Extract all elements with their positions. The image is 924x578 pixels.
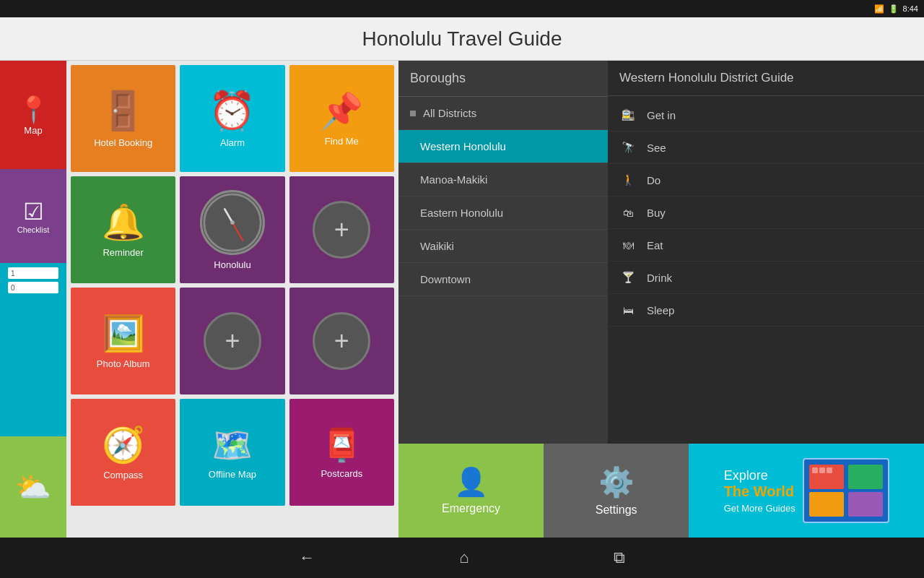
offline-map-icon: 🗺️ xyxy=(212,426,253,465)
manoa-makiki-label: Manoa-Makiki xyxy=(420,173,487,186)
map-tile[interactable]: 📍 Map xyxy=(0,61,66,169)
svg-rect-11 xyxy=(827,467,832,473)
settings-icon: ⚙️ xyxy=(598,465,635,499)
postcards-tile[interactable]: 📮 Postcards xyxy=(289,399,394,506)
explore-content: Explore The World Get More Guides xyxy=(724,458,889,523)
food-icon: 🍽 xyxy=(619,236,637,254)
svg-rect-6 xyxy=(848,465,883,489)
eastern-honolulu-label: Eastern Honolulu xyxy=(420,207,503,219)
battery-icon: 🔋 xyxy=(889,4,899,14)
borough-downtown[interactable]: Downtown xyxy=(398,263,608,296)
all-districts-label: All Districts xyxy=(423,107,476,119)
drink-icon: 🍸 xyxy=(619,269,637,286)
alarm-icon: ⏰ xyxy=(209,89,256,133)
boroughs-list: Boroughs All Districts Western Honolulu … xyxy=(398,61,608,444)
get-in-label: Get in xyxy=(647,109,676,121)
weather-tile[interactable]: ⛅ xyxy=(0,436,66,538)
left-panel: 📍 Map ☑ Checklist 1 0 ⛅ xyxy=(0,61,66,538)
photo-label: Photo Album xyxy=(97,358,150,369)
boroughs-header: Boroughs xyxy=(398,61,608,97)
borough-waikiki[interactable]: Waikiki xyxy=(398,230,608,263)
guide-item-do[interactable]: 🚶 Do xyxy=(608,164,924,197)
explore-text: Explore The World Get More Guides xyxy=(724,468,796,514)
findme-tile[interactable]: 📌 Find Me xyxy=(289,65,394,172)
findme-label: Find Me xyxy=(325,136,359,147)
alarm-tile[interactable]: ⏰ Alarm xyxy=(180,65,284,172)
guide-item-get-in[interactable]: 🚉 Get in xyxy=(608,99,924,131)
guide-items: 🚉 Get in 🔭 See 🚶 Do 🛍 Buy xyxy=(608,96,924,329)
reminder-label: Reminder xyxy=(103,247,143,258)
guide-item-eat[interactable]: 🍽 Eat xyxy=(608,229,924,262)
explore-tile[interactable]: Explore The World Get More Guides xyxy=(689,444,924,538)
checklist-label: Checklist xyxy=(17,225,50,234)
form-tile[interactable]: 1 0 xyxy=(0,263,66,436)
downtown-label: Downtown xyxy=(420,273,471,285)
guide-item-see[interactable]: 🔭 See xyxy=(608,131,924,164)
hotel-label: Hotel Booking xyxy=(94,137,152,148)
svg-rect-9 xyxy=(812,467,818,473)
photo-icon: 🖼️ xyxy=(102,314,145,354)
emergency-tile[interactable]: 👤 Emergency xyxy=(398,444,544,538)
binoculars-icon: 🔭 xyxy=(619,139,637,156)
checklist-tile[interactable]: ☑ Checklist xyxy=(0,169,66,263)
plus1-icon: + xyxy=(313,201,370,259)
right-panel: Boroughs All Districts Western Honolulu … xyxy=(398,61,924,538)
svg-rect-10 xyxy=(819,467,825,473)
bottom-tiles: 👤 Emergency ⚙️ Settings Explore The Worl… xyxy=(398,444,924,538)
weather-icon: ⛅ xyxy=(15,470,51,504)
postcards-label: Postcards xyxy=(321,468,362,479)
compass-tile[interactable]: 🧭 Compass xyxy=(71,399,175,506)
alarm-label: Alarm xyxy=(220,137,245,148)
guide-item-drink[interactable]: 🍸 Drink xyxy=(608,262,924,294)
explore-image xyxy=(803,458,889,523)
see-label: See xyxy=(647,142,666,154)
checklist-icon: ☑ xyxy=(23,198,44,225)
waikiki-label: Waikiki xyxy=(420,240,454,252)
offline-map-tile[interactable]: 🗺️ Offline Map xyxy=(180,399,284,506)
recents-button[interactable]: ⧉ xyxy=(614,548,625,567)
home-button[interactable]: ⌂ xyxy=(459,548,468,567)
hotel-booking-tile[interactable]: 🚪 Hotel Booking xyxy=(71,65,175,172)
form-field-2: 0 xyxy=(8,282,58,293)
explore-desc: Get More Guides xyxy=(724,503,796,514)
bottom-nav: ← ⌂ ⧉ xyxy=(0,538,924,578)
compass-icon: 🧭 xyxy=(102,425,145,465)
explore-title: Explore xyxy=(724,468,796,483)
clock-svg xyxy=(202,190,263,255)
guide-item-buy[interactable]: 🛍 Buy xyxy=(608,197,924,229)
plus1-tile[interactable]: + xyxy=(289,176,394,283)
guide-item-sleep[interactable]: 🛏 Sleep xyxy=(608,294,924,327)
reminder-tile[interactable]: 🔔 Reminder xyxy=(71,176,175,283)
postcards-icon: 📮 xyxy=(322,426,362,464)
tiles-row-1: 🚪 Hotel Booking ⏰ Alarm 📌 Find Me xyxy=(71,65,394,172)
map-icon: 📍 xyxy=(17,95,50,125)
guide-panel: Western Honolulu District Guide 🚉 Get in… xyxy=(608,61,924,444)
borough-western-honolulu[interactable]: Western Honolulu xyxy=(398,130,608,163)
back-button[interactable]: ← xyxy=(299,548,315,567)
sleep-icon: 🛏 xyxy=(619,301,637,319)
title-bar: Honolulu Travel Guide xyxy=(0,17,924,61)
settings-tile[interactable]: ⚙️ Settings xyxy=(544,444,689,538)
plus3-icon: + xyxy=(313,312,370,370)
bag-icon: 🛍 xyxy=(619,204,637,221)
buy-label: Buy xyxy=(647,207,666,219)
borough-eastern-honolulu[interactable]: Eastern Honolulu xyxy=(398,197,608,230)
emergency-icon: 👤 xyxy=(454,466,488,498)
tiles-area: 🚪 Hotel Booking ⏰ Alarm 📌 Find Me 🔔 Remi… xyxy=(66,61,398,538)
explore-subtitle: The World xyxy=(724,483,796,500)
borough-manoa-makiki[interactable]: Manoa-Makiki xyxy=(398,163,608,197)
clock-tile[interactable]: Honolulu xyxy=(180,176,284,283)
svg-rect-8 xyxy=(848,492,883,517)
plus2-tile[interactable]: + xyxy=(180,288,284,394)
plus3-tile[interactable]: + xyxy=(289,288,394,394)
borough-all-districts[interactable]: All Districts xyxy=(398,97,608,130)
time-display: 8:44 xyxy=(903,4,918,13)
photo-album-tile[interactable]: 🖼️ Photo Album xyxy=(71,288,175,394)
emergency-label: Emergency xyxy=(442,502,500,515)
svg-point-3 xyxy=(230,220,235,225)
settings-label: Settings xyxy=(596,504,637,517)
main-content: 📍 Map ☑ Checklist 1 0 ⛅ 🚪 Hotel Booking … xyxy=(0,61,924,538)
all-districts-dot xyxy=(410,111,416,116)
findme-icon: 📌 xyxy=(320,91,363,131)
signal-icon: 📶 xyxy=(874,4,884,14)
